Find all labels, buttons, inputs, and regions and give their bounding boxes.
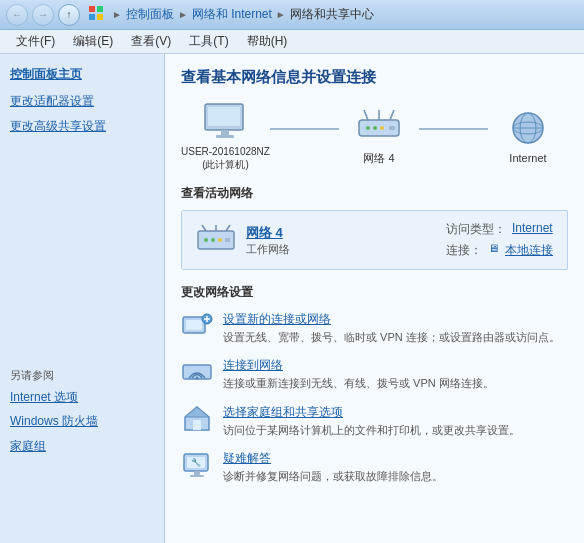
setting-item-troubleshoot: 🔧 疑难解答 诊断并修复网络问题，或获取故障排除信息。: [181, 450, 568, 484]
main-layout: 控制面板主页 更改适配器设置 更改高级共享设置 另请参阅 Internet 选项…: [0, 54, 584, 543]
svg-line-23: [226, 225, 230, 231]
svg-point-14: [380, 126, 384, 130]
menu-bar: 文件(F) 编辑(E) 查看(V) 工具(T) 帮助(H): [0, 30, 584, 54]
connect-network-icon: [181, 357, 213, 385]
back-button[interactable]: ←: [6, 4, 28, 26]
sidebar-internet-options[interactable]: Internet 选项: [10, 389, 155, 406]
net-line-1: [270, 128, 339, 130]
network-card-icon: [196, 223, 236, 257]
setting-1-text: 设置新的连接或网络 设置无线、宽带、拨号、临时或 VPN 连接；或设置路由器或访…: [223, 311, 568, 345]
setting-2-text: 连接到网络 连接或重新连接到无线、有线、拨号或 VPN 网络连接。: [223, 357, 568, 391]
title-bar: ← → ↑ ► 控制面板 ► 网络和 Internet ► 网络和共享中心: [0, 0, 584, 30]
net-node-router: 网络 4: [339, 107, 419, 166]
network-card: 网络 4 工作网络 访问类型： Internet 连接： 🖥 本地连接: [181, 210, 568, 270]
internet-icon: [504, 108, 552, 148]
menu-view[interactable]: 查看(V): [123, 31, 179, 52]
homegroup-icon: [181, 404, 213, 432]
svg-point-34: [196, 377, 199, 380]
menu-file[interactable]: 文件(F): [8, 31, 63, 52]
access-type-value[interactable]: Internet: [512, 221, 553, 238]
access-type-label: 访问类型：: [446, 221, 506, 238]
page-title: 查看基本网络信息并设置连接: [181, 68, 568, 87]
breadcrumb-current: 网络和共享中心: [290, 6, 374, 23]
svg-rect-7: [216, 135, 234, 138]
svg-rect-29: [186, 320, 202, 330]
svg-point-25: [211, 238, 215, 242]
svg-point-24: [204, 238, 208, 242]
svg-rect-27: [225, 238, 230, 242]
svg-line-9: [364, 110, 368, 120]
network-card-left: 网络 4 工作网络: [196, 223, 290, 257]
network-card-right: 访问类型： Internet 连接： 🖥 本地连接: [446, 221, 553, 259]
breadcrumb-network-internet[interactable]: 网络和 Internet: [192, 6, 272, 23]
connection-value[interactable]: 本地连接: [505, 242, 553, 259]
svg-rect-36: [193, 420, 201, 430]
svg-marker-37: [185, 407, 209, 417]
breadcrumb-control-panel[interactable]: 控制面板: [126, 6, 174, 23]
computer-icon: [201, 101, 249, 141]
sidebar-home-link[interactable]: 控制面板主页: [10, 66, 154, 83]
change-settings-title: 更改网络设置: [181, 284, 568, 301]
sidebar-advanced-sharing[interactable]: 更改高级共享设置: [10, 118, 154, 135]
breadcrumb: ► 控制面板 ► 网络和 Internet ► 网络和共享中心: [88, 5, 374, 24]
setting-4-link[interactable]: 疑难解答: [223, 450, 568, 467]
setting-3-desc: 访问位于某网络计算机上的文件和打印机，或更改共享设置。: [223, 424, 520, 436]
sidebar-also-see-title: 另请参阅: [10, 368, 155, 383]
computer-label: USER-20161028NZ(此计算机): [181, 145, 270, 171]
network-label: 网络 4: [363, 151, 394, 166]
setting-2-desc: 连接或重新连接到无线、有线、拨号或 VPN 网络连接。: [223, 377, 494, 389]
svg-rect-2: [89, 14, 95, 20]
svg-point-13: [373, 126, 377, 130]
net-node-computer: USER-20161028NZ(此计算机): [181, 101, 270, 171]
forward-button[interactable]: →: [32, 4, 54, 26]
svg-line-11: [390, 110, 394, 120]
menu-help[interactable]: 帮助(H): [239, 31, 296, 52]
sidebar-homegroup[interactable]: 家庭组: [10, 438, 155, 455]
setting-item-homegroup: 选择家庭组和共享选项 访问位于某网络计算机上的文件和打印机，或更改共享设置。: [181, 404, 568, 438]
menu-edit[interactable]: 编辑(E): [65, 31, 121, 52]
nav-buttons: ← → ↑: [6, 4, 80, 26]
windows-icon: [88, 5, 104, 24]
access-type-row: 访问类型： Internet: [446, 221, 553, 238]
content-area: 查看基本网络信息并设置连接 USER-20161028NZ(此计算机): [165, 54, 584, 543]
svg-rect-5: [208, 107, 240, 126]
net-line-2: [419, 128, 488, 130]
net-node-internet: Internet: [488, 108, 568, 164]
setting-item-new-connection: 设置新的连接或网络 设置无线、宽带、拨号、临时或 VPN 连接；或设置路由器或访…: [181, 311, 568, 345]
setting-1-link[interactable]: 设置新的连接或网络: [223, 311, 568, 328]
svg-rect-0: [89, 6, 95, 12]
setting-1-desc: 设置无线、宽带、拨号、临时或 VPN 连接；或设置路由器或访问点。: [223, 331, 560, 343]
network-info: 网络 4 工作网络: [246, 224, 290, 257]
svg-rect-6: [221, 130, 229, 135]
svg-line-21: [202, 225, 206, 231]
sidebar-adapter-settings[interactable]: 更改适配器设置: [10, 93, 154, 110]
network-diagram: USER-20161028NZ(此计算机): [181, 101, 568, 171]
setting-4-desc: 诊断并修复网络问题，或获取故障排除信息。: [223, 470, 443, 482]
svg-point-12: [366, 126, 370, 130]
svg-point-26: [218, 238, 222, 242]
connection-row: 连接： 🖥 本地连接: [446, 242, 553, 259]
new-connection-icon: [181, 311, 213, 339]
up-button[interactable]: ↑: [58, 4, 80, 26]
svg-rect-41: [190, 475, 204, 477]
breadcrumb-sep-3: ►: [276, 9, 286, 20]
setting-item-connect-network: 连接到网络 连接或重新连接到无线、有线、拨号或 VPN 网络连接。: [181, 357, 568, 391]
sidebar-windows-firewall[interactable]: Windows 防火墙: [10, 413, 155, 430]
breadcrumb-sep-2: ►: [178, 9, 188, 20]
internet-label: Internet: [509, 152, 546, 164]
breadcrumb-sep-1: ►: [112, 9, 122, 20]
setting-3-text: 选择家庭组和共享选项 访问位于某网络计算机上的文件和打印机，或更改共享设置。: [223, 404, 568, 438]
svg-rect-40: [194, 471, 200, 475]
network-name[interactable]: 网络 4: [246, 224, 290, 242]
svg-rect-15: [389, 126, 395, 130]
menu-tools[interactable]: 工具(T): [181, 31, 236, 52]
svg-rect-1: [97, 6, 103, 12]
svg-rect-3: [97, 14, 103, 20]
active-network-title: 查看活动网络: [181, 185, 568, 202]
setting-3-link[interactable]: 选择家庭组和共享选项: [223, 404, 568, 421]
troubleshoot-icon: 🔧: [181, 450, 213, 478]
router-icon: [355, 107, 403, 147]
connection-label: 连接：: [446, 242, 482, 259]
setting-2-link[interactable]: 连接到网络: [223, 357, 568, 374]
connection-icon: 🖥: [488, 242, 499, 259]
